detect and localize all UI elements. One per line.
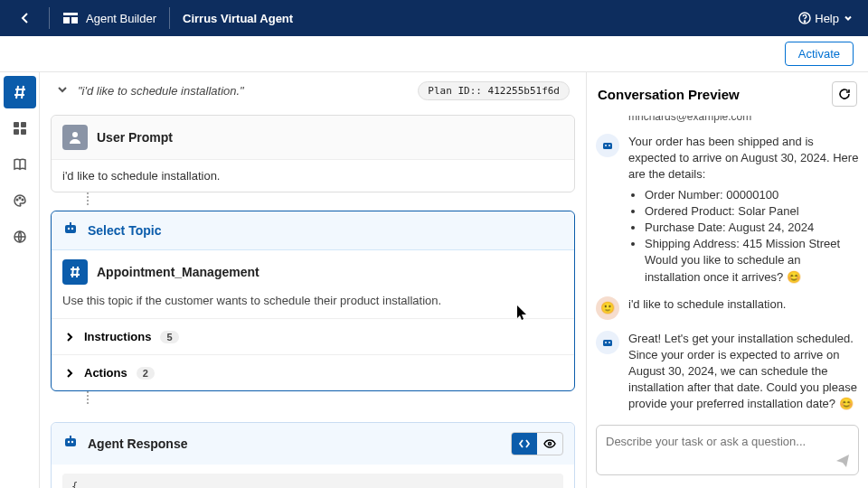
collapse-toggle[interactable] (56, 83, 69, 99)
book-icon (13, 157, 27, 172)
svg-point-13 (72, 132, 78, 137)
palette-icon (13, 193, 27, 208)
topic-name: Appointment_Management (97, 265, 259, 279)
plan-id-pill: Plan ID:: 412255b51f6d (418, 81, 570, 100)
chat-input[interactable] (596, 425, 859, 475)
svg-point-18 (68, 441, 70, 443)
bot-avatar-icon (596, 134, 619, 157)
app-label: Agent Builder (86, 12, 156, 25)
chevron-down-icon (56, 83, 69, 96)
response-code: { (62, 474, 563, 488)
top-navbar: Agent Builder Cirrus Virtual Agent Help (0, 0, 868, 36)
agent-response-card: Agent Response { (51, 422, 575, 488)
globe-icon (13, 230, 27, 244)
svg-point-25 (605, 342, 607, 343)
svg-point-9 (16, 199, 18, 201)
app-icon (62, 10, 79, 26)
rail-item-plan[interactable] (4, 76, 36, 108)
code-view-button[interactable] (512, 433, 537, 455)
user-avatar-icon: 🙂 (596, 296, 619, 320)
svg-point-22 (605, 145, 607, 146)
svg-point-16 (71, 228, 73, 230)
svg-rect-7 (14, 129, 19, 135)
actions-expander[interactable]: Actions 2 (52, 354, 574, 390)
chevron-down-icon (843, 13, 854, 23)
chevron-right-icon (64, 368, 75, 379)
user-prompt-title: User Prompt (97, 130, 173, 145)
bot-message: Great! Let's get your installation sched… (596, 331, 859, 413)
flow-header: "i'd like to schedule installation." Pla… (51, 72, 575, 109)
conversation-preview-panel: Conversation Preview mrichards@example.c… (586, 72, 868, 488)
user-email: mrichards@example.com (628, 116, 859, 123)
rail-item-library[interactable] (4, 148, 36, 181)
svg-rect-6 (21, 122, 26, 127)
send-button[interactable] (835, 454, 850, 472)
svg-point-19 (71, 441, 73, 443)
code-icon (518, 437, 531, 450)
instructions-count: 5 (160, 331, 178, 343)
svg-rect-24 (603, 340, 612, 346)
agent-response-title: Agent Response (88, 436, 502, 451)
svg-rect-1 (63, 17, 70, 23)
send-icon (835, 454, 850, 468)
svg-point-4 (805, 21, 806, 22)
rail-item-apps[interactable] (4, 112, 36, 145)
select-topic-card[interactable]: Select Topic Appointment_Management Use … (51, 211, 575, 391)
svg-point-10 (19, 197, 21, 199)
app-context[interactable]: Agent Builder (62, 10, 156, 26)
svg-point-26 (609, 342, 610, 343)
bot-avatar-icon (596, 331, 619, 354)
eye-icon (543, 437, 556, 450)
preview-view-button[interactable] (537, 433, 562, 455)
bot-message: Your order has been shipped and is expec… (596, 134, 859, 286)
grid-icon (13, 121, 27, 136)
hash-chip-icon (62, 259, 88, 285)
preview-title: Conversation Preview (598, 87, 825, 102)
topic-description: Use this topic if the customer wants to … (52, 294, 574, 318)
rail-item-theme[interactable] (4, 184, 36, 217)
svg-point-15 (68, 228, 70, 230)
svg-rect-2 (71, 17, 78, 23)
svg-rect-5 (14, 122, 19, 127)
conversation-scroll[interactable]: mrichards@example.com Your order has bee… (587, 116, 868, 418)
side-rail (0, 72, 40, 488)
user-prompt-card: User Prompt i'd like to schedule install… (51, 115, 575, 192)
select-topic-title: Select Topic (88, 223, 161, 238)
svg-point-20 (549, 443, 552, 446)
chevron-right-icon (64, 332, 75, 343)
svg-rect-0 (63, 13, 78, 15)
svg-point-11 (22, 199, 24, 201)
bot-icon (62, 434, 79, 454)
svg-rect-8 (21, 129, 26, 135)
arrow-left-icon (18, 11, 33, 25)
svg-rect-17 (65, 438, 76, 446)
response-view-toggle (511, 432, 563, 455)
hash-icon (12, 84, 28, 100)
person-icon (62, 125, 88, 150)
page-title: Cirrus Virtual Agent (183, 12, 293, 25)
rail-item-world[interactable] (4, 221, 36, 253)
instructions-expander[interactable]: Instructions 5 (52, 318, 574, 354)
back-button[interactable] (14, 7, 36, 29)
toolbar-row: Activate (0, 36, 868, 72)
svg-point-23 (609, 145, 610, 146)
actions-count: 2 (137, 367, 155, 380)
help-icon (798, 12, 811, 24)
activate-button[interactable]: Activate (785, 42, 854, 66)
flow-quote: "i'd like to schedule installation." (78, 84, 409, 98)
user-prompt-text: i'd like to schedule installation. (52, 160, 574, 192)
refresh-button[interactable] (832, 81, 857, 107)
refresh-icon (838, 88, 851, 100)
user-message: 🙂 i'd like to schedule installation. (596, 296, 859, 320)
svg-rect-21 (603, 143, 612, 149)
help-menu[interactable]: Help (798, 12, 854, 25)
order-details-list: Order Number: 00000100 Ordered Product: … (628, 187, 859, 286)
bot-icon (62, 221, 79, 240)
svg-rect-14 (65, 225, 76, 233)
